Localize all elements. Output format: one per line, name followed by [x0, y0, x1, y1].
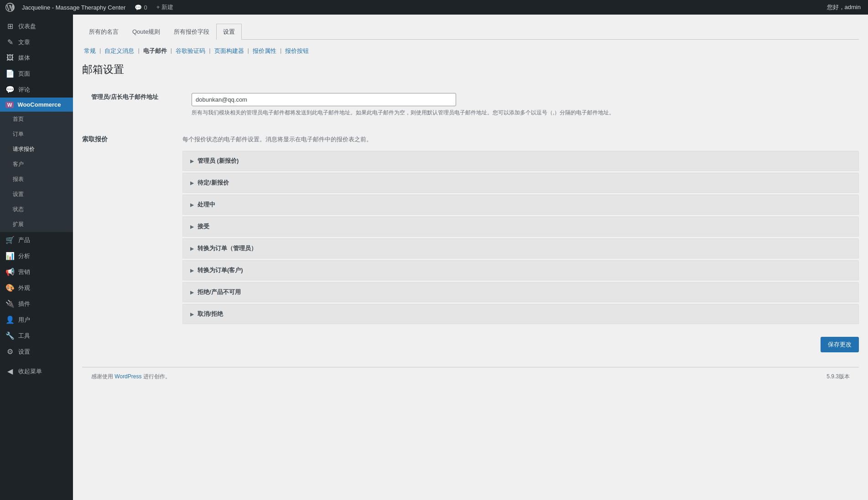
chevron-right-icon: ▶: [190, 159, 194, 164]
subnav-quote-attrs[interactable]: 报价属性: [251, 47, 278, 55]
collapsible-accepted[interactable]: ▶ 接受: [182, 216, 859, 237]
subnav-general[interactable]: 常规: [82, 47, 98, 55]
collapsible-label-pending-new-quote: 待定/新报价: [198, 179, 229, 187]
analytics-icon: 📊: [5, 252, 15, 260]
sidebar-item-extensions[interactable]: 扩展: [0, 217, 73, 232]
quote-section-title: 索取报价: [82, 135, 182, 144]
sidebar-item-marketing[interactable]: 📢 营销: [0, 264, 73, 280]
collapsible-label-rejected: 拒绝/产品不可用: [198, 288, 241, 296]
sidebar-item-pages[interactable]: 📄 页面: [0, 66, 73, 82]
subnav-custom-msg[interactable]: 自定义消息: [103, 47, 136, 55]
new-content-button[interactable]: + 新建: [153, 3, 177, 11]
collapsible-pending-new-quote[interactable]: ▶ 待定/新报价: [182, 173, 859, 193]
sidebar-item-users[interactable]: 👤 用户: [0, 312, 73, 328]
main-content: 所有的名言 Qoute规则 所有报价字段 设置 常规 | 自定义消息 | 电子邮…: [73, 15, 868, 500]
collapsible-processing[interactable]: ▶ 处理中: [182, 195, 859, 215]
products-icon: 🛒: [5, 236, 15, 244]
quote-section-desc: 每个报价状态的电子邮件设置。消息将显示在电子邮件中的报价表之前。: [182, 135, 859, 144]
collapsible-rejected-unavailable[interactable]: ▶ 拒绝/产品不可用: [182, 282, 859, 302]
tab-all-quote-fields-label: 所有报价字段: [174, 28, 209, 35]
sidebar-label-quotes: 请求报价: [13, 145, 35, 153]
collapsible-header-convert-admin: ▶ 转换为订单（管理员）: [183, 239, 858, 258]
footer-credit: 感谢使用 WordPress 进行创作。: [91, 373, 171, 381]
sidebar-label-tools: 工具: [18, 332, 30, 340]
footer: 感谢使用 WordPress 进行创作。 5.9.3版本: [82, 367, 859, 386]
sidebar-item-posts[interactable]: ✎ 文章: [0, 34, 73, 50]
collapsible-convert-to-order-admin[interactable]: ▶ 转换为订单（管理员）: [182, 238, 859, 258]
comments-icon: 💬: [5, 85, 15, 94]
dashboard-icon: ⊞: [5, 22, 15, 31]
email-address-input[interactable]: [192, 93, 456, 106]
subnav-email[interactable]: 电子邮件: [141, 47, 169, 55]
tab-qoute-rules-label: Qoute规则: [132, 28, 160, 35]
comment-icon: 💬: [135, 4, 142, 11]
tab-settings-label: 设置: [223, 28, 235, 35]
woo-icon: W: [5, 102, 14, 108]
sidebar-item-plugins[interactable]: 🔌 插件: [0, 296, 73, 312]
media-icon: 🖼: [5, 54, 15, 62]
collapsible-label-convert-admin: 转换为订单（管理员）: [198, 244, 257, 253]
sep-2: |: [136, 47, 141, 55]
pages-icon: 📄: [5, 69, 15, 78]
tab-qoute-rules[interactable]: Qoute规则: [125, 24, 167, 40]
sep-6: |: [278, 47, 283, 55]
sidebar-label-customers: 客户: [13, 160, 24, 168]
collapsible-header-accepted: ▶ 接受: [183, 217, 858, 236]
save-button[interactable]: 保存更改: [821, 337, 859, 352]
email-address-label: 管理员/店长电子邮件地址: [82, 86, 182, 124]
sidebar-item-woo-settings[interactable]: 设置: [0, 187, 73, 202]
sidebar-item-reports[interactable]: 报表: [0, 172, 73, 187]
site-name[interactable]: Jacqueline - Massage Theraphy Center: [18, 4, 129, 11]
collapsible-header-pending-new-quote: ▶ 待定/新报价: [183, 173, 858, 192]
sidebar-item-media[interactable]: 🖼 媒体: [0, 50, 73, 66]
chevron-right-icon-8: ▶: [190, 312, 194, 317]
subnav-quote-btn[interactable]: 报价按钮: [283, 47, 311, 55]
collapsible-header-admin-new-quote: ▶ 管理员 (新报价): [183, 151, 858, 170]
collapsible-cancel-reject[interactable]: ▶ 取消/拒绝: [182, 304, 859, 324]
collapsible-list: ▶ 管理员 (新报价) ▶ 待定/新报价 ▶: [182, 151, 859, 324]
sidebar-item-analytics[interactable]: 📊 分析: [0, 248, 73, 264]
sidebar-label-reports: 报表: [13, 175, 24, 183]
sidebar-item-comments[interactable]: 💬 评论: [0, 82, 73, 98]
sidebar-label-dashboard: 仪表盘: [18, 22, 36, 31]
main-tab-bar: 所有的名言 Qoute规则 所有报价字段 设置: [82, 24, 859, 40]
subnav-recaptcha[interactable]: 谷歌验证码: [174, 47, 207, 55]
sidebar-woo-header[interactable]: W WooCommerce: [0, 98, 73, 112]
sidebar-item-home[interactable]: 首页: [0, 112, 73, 127]
sidebar-item-orders[interactable]: 订单: [0, 127, 73, 142]
footer-credit-text: 感谢使用: [91, 373, 113, 380]
tab-all-quote-fields[interactable]: 所有报价字段: [167, 24, 216, 40]
sidebar-item-products[interactable]: 🛒 产品: [0, 232, 73, 248]
collapsible-label-processing: 处理中: [198, 201, 215, 209]
sidebar-item-settings[interactable]: ⚙ 设置: [0, 344, 73, 360]
sidebar-label-orders: 订单: [13, 130, 24, 138]
sidebar-item-dashboard[interactable]: ⊞ 仪表盘: [0, 18, 73, 34]
sidebar-item-customers[interactable]: 客户: [0, 157, 73, 172]
subnav-page-builder[interactable]: 页面构建器: [213, 47, 246, 55]
collapsible-label-cancel: 取消/拒绝: [198, 310, 223, 318]
collapsible-header-rejected: ▶ 拒绝/产品不可用: [183, 283, 858, 302]
tab-all-quotes[interactable]: 所有的名言: [82, 24, 125, 40]
collapsible-convert-to-order-customer[interactable]: ▶ 转换为订单(客户): [182, 260, 859, 280]
email-address-field-cell: 所有与我们模块相关的管理员电子邮件都将发送到此电子邮件地址。如果此电子邮件为空，…: [182, 86, 859, 124]
sep-3: |: [169, 47, 174, 55]
collapsible-admin-new-quote[interactable]: ▶ 管理员 (新报价): [182, 151, 859, 171]
sidebar-label-pages: 页面: [18, 70, 30, 78]
marketing-icon: 📢: [5, 268, 15, 276]
sidebar-collapse-button[interactable]: ◀ 收起菜单: [0, 363, 73, 379]
chevron-right-icon-5: ▶: [190, 246, 194, 251]
chevron-right-icon-2: ▶: [190, 180, 194, 186]
sidebar-item-status[interactable]: 状态: [0, 202, 73, 217]
sidebar-label-products: 产品: [18, 236, 30, 244]
sidebar-item-quotes[interactable]: 请求报价: [0, 142, 73, 157]
footer-wp-link[interactable]: WordPress: [114, 373, 141, 380]
sub-navigation: 常规 | 自定义消息 | 电子邮件 | 谷歌验证码 | 页面构建器 | 报价属性…: [82, 47, 859, 55]
tab-settings[interactable]: 设置: [216, 24, 242, 40]
sidebar-item-appearance[interactable]: 🎨 外观: [0, 280, 73, 296]
collapsible-label-admin-new-quote: 管理员 (新报价): [198, 157, 239, 165]
sidebar-item-tools[interactable]: 🔧 工具: [0, 328, 73, 344]
sidebar-label-collapse: 收起菜单: [18, 367, 42, 376]
collapsible-header-processing: ▶ 处理中: [183, 195, 858, 214]
sidebar: ⊞ 仪表盘 ✎ 文章 🖼 媒体 📄 页面 💬 评论 W WooCommerce …: [0, 15, 73, 500]
sidebar-label-users: 用户: [18, 316, 30, 324]
